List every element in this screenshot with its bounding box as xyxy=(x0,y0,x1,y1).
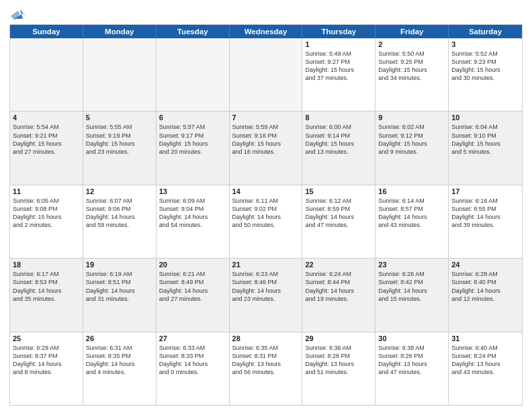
calendar-cell: 21Sunrise: 6:23 AM Sunset: 8:46 PM Dayli… xyxy=(230,259,303,331)
day-number: 26 xyxy=(86,334,153,342)
calendar: SundayMondayTuesdayWednesdayThursdayFrid… xyxy=(9,24,523,406)
day-info: Sunrise: 6:28 AM Sunset: 8:40 PM Dayligh… xyxy=(451,270,519,303)
day-number: 31 xyxy=(451,334,519,342)
day-info: Sunrise: 5:52 AM Sunset: 9:23 PM Dayligh… xyxy=(451,50,519,83)
weekday-header: Thursday xyxy=(302,25,375,38)
day-info: Sunrise: 6:35 AM Sunset: 8:31 PM Dayligh… xyxy=(232,344,300,377)
calendar-cell: 3Sunrise: 5:52 AM Sunset: 9:23 PM Daylig… xyxy=(449,38,522,111)
weekday-header: Saturday xyxy=(449,25,522,38)
calendar-cell: 24Sunrise: 6:28 AM Sunset: 8:40 PM Dayli… xyxy=(449,259,522,331)
page-container: SundayMondayTuesdayWednesdayThursdayFrid… xyxy=(0,0,532,411)
calendar-cell: 2Sunrise: 5:50 AM Sunset: 9:25 PM Daylig… xyxy=(375,38,449,111)
day-info: Sunrise: 5:55 AM Sunset: 9:19 PM Dayligh… xyxy=(86,123,153,156)
day-number: 5 xyxy=(86,113,153,122)
day-info: Sunrise: 6:14 AM Sunset: 8:57 PM Dayligh… xyxy=(378,197,445,230)
calendar-row: 1Sunrise: 5:49 AM Sunset: 9:27 PM Daylig… xyxy=(10,38,522,111)
day-number: 15 xyxy=(305,187,372,195)
day-info: Sunrise: 5:59 AM Sunset: 9:16 PM Dayligh… xyxy=(232,123,300,156)
day-info: Sunrise: 6:17 AM Sunset: 8:53 PM Dayligh… xyxy=(13,270,80,303)
calendar-row: 25Sunrise: 6:29 AM Sunset: 8:37 PM Dayli… xyxy=(10,332,522,405)
calendar-cell: 10Sunrise: 6:04 AM Sunset: 9:10 PM Dayli… xyxy=(449,111,522,184)
day-number: 24 xyxy=(451,261,519,269)
calendar-cell: 23Sunrise: 6:26 AM Sunset: 8:42 PM Dayli… xyxy=(375,259,449,331)
day-number: 22 xyxy=(305,261,372,269)
header xyxy=(9,7,523,20)
day-info: Sunrise: 6:19 AM Sunset: 8:51 PM Dayligh… xyxy=(86,270,153,303)
day-info: Sunrise: 6:40 AM Sunset: 8:24 PM Dayligh… xyxy=(451,344,519,377)
day-number: 18 xyxy=(13,261,80,269)
calendar-cell xyxy=(10,38,83,111)
day-number: 11 xyxy=(13,187,80,195)
day-number: 30 xyxy=(378,334,445,342)
day-number: 3 xyxy=(451,40,519,48)
weekday-header: Wednesday xyxy=(230,25,303,38)
calendar-cell: 12Sunrise: 6:07 AM Sunset: 9:06 PM Dayli… xyxy=(83,185,157,258)
day-info: Sunrise: 6:23 AM Sunset: 8:46 PM Dayligh… xyxy=(232,270,300,303)
day-info: Sunrise: 6:31 AM Sunset: 8:35 PM Dayligh… xyxy=(86,344,153,377)
day-info: Sunrise: 6:38 AM Sunset: 8:26 PM Dayligh… xyxy=(378,344,445,377)
weekday-header: Friday xyxy=(375,25,449,38)
day-info: Sunrise: 6:02 AM Sunset: 9:12 PM Dayligh… xyxy=(378,123,445,156)
calendar-cell: 19Sunrise: 6:19 AM Sunset: 8:51 PM Dayli… xyxy=(83,259,157,331)
day-info: Sunrise: 6:05 AM Sunset: 9:08 PM Dayligh… xyxy=(13,197,80,230)
day-number: 17 xyxy=(451,187,519,195)
weekday-header: Monday xyxy=(83,25,157,38)
calendar-cell: 8Sunrise: 6:00 AM Sunset: 9:14 PM Daylig… xyxy=(302,111,375,184)
day-info: Sunrise: 5:49 AM Sunset: 9:27 PM Dayligh… xyxy=(305,50,372,83)
calendar-cell: 30Sunrise: 6:38 AM Sunset: 8:26 PM Dayli… xyxy=(375,332,449,405)
day-number: 27 xyxy=(159,334,226,342)
day-info: Sunrise: 5:50 AM Sunset: 9:25 PM Dayligh… xyxy=(378,50,445,83)
day-info: Sunrise: 6:21 AM Sunset: 8:49 PM Dayligh… xyxy=(159,270,226,303)
calendar-cell: 22Sunrise: 6:24 AM Sunset: 8:44 PM Dayli… xyxy=(302,259,375,331)
day-info: Sunrise: 6:12 AM Sunset: 8:59 PM Dayligh… xyxy=(305,197,372,230)
calendar-cell: 15Sunrise: 6:12 AM Sunset: 8:59 PM Dayli… xyxy=(302,185,375,258)
day-info: Sunrise: 6:29 AM Sunset: 8:37 PM Dayligh… xyxy=(13,344,80,377)
calendar-cell: 26Sunrise: 6:31 AM Sunset: 8:35 PM Dayli… xyxy=(83,332,157,405)
day-number: 8 xyxy=(305,113,372,122)
day-number: 7 xyxy=(232,113,300,122)
calendar-cell: 16Sunrise: 6:14 AM Sunset: 8:57 PM Dayli… xyxy=(375,185,449,258)
calendar-cell: 29Sunrise: 6:36 AM Sunset: 8:28 PM Dayli… xyxy=(302,332,375,405)
day-info: Sunrise: 6:11 AM Sunset: 9:02 PM Dayligh… xyxy=(232,197,300,230)
day-number: 2 xyxy=(378,40,445,48)
day-number: 16 xyxy=(378,187,445,195)
day-info: Sunrise: 6:16 AM Sunset: 8:55 PM Dayligh… xyxy=(451,197,519,230)
day-number: 21 xyxy=(232,261,300,269)
day-number: 29 xyxy=(305,334,372,342)
day-number: 10 xyxy=(451,113,519,122)
calendar-cell xyxy=(83,38,157,111)
day-number: 19 xyxy=(86,261,153,269)
calendar-cell: 1Sunrise: 5:49 AM Sunset: 9:27 PM Daylig… xyxy=(302,38,375,111)
day-info: Sunrise: 6:04 AM Sunset: 9:10 PM Dayligh… xyxy=(451,123,519,156)
calendar-cell: 25Sunrise: 6:29 AM Sunset: 8:37 PM Dayli… xyxy=(10,332,83,405)
calendar-cell: 17Sunrise: 6:16 AM Sunset: 8:55 PM Dayli… xyxy=(449,185,522,258)
logo-icon xyxy=(11,7,26,21)
calendar-row: 4Sunrise: 5:54 AM Sunset: 9:21 PM Daylig… xyxy=(10,111,522,185)
day-info: Sunrise: 6:24 AM Sunset: 8:44 PM Dayligh… xyxy=(305,270,372,303)
calendar-cell: 28Sunrise: 6:35 AM Sunset: 8:31 PM Dayli… xyxy=(230,332,303,405)
day-info: Sunrise: 6:36 AM Sunset: 8:28 PM Dayligh… xyxy=(305,344,372,377)
calendar-cell: 7Sunrise: 5:59 AM Sunset: 9:16 PM Daylig… xyxy=(230,111,303,184)
day-number: 6 xyxy=(159,113,226,122)
calendar-cell: 6Sunrise: 5:57 AM Sunset: 9:17 PM Daylig… xyxy=(157,111,230,184)
day-number: 13 xyxy=(159,187,226,195)
day-number: 20 xyxy=(159,261,226,269)
calendar-cell: 4Sunrise: 5:54 AM Sunset: 9:21 PM Daylig… xyxy=(10,111,83,184)
weekday-header: Tuesday xyxy=(157,25,230,38)
weekday-header: Sunday xyxy=(10,25,83,38)
calendar-cell: 20Sunrise: 6:21 AM Sunset: 8:49 PM Dayli… xyxy=(157,259,230,331)
calendar-cell: 11Sunrise: 6:05 AM Sunset: 9:08 PM Dayli… xyxy=(10,185,83,258)
calendar-row: 18Sunrise: 6:17 AM Sunset: 8:53 PM Dayli… xyxy=(10,259,522,332)
day-info: Sunrise: 6:09 AM Sunset: 9:04 PM Dayligh… xyxy=(159,197,226,230)
day-info: Sunrise: 6:00 AM Sunset: 9:14 PM Dayligh… xyxy=(305,123,372,156)
day-info: Sunrise: 6:33 AM Sunset: 8:33 PM Dayligh… xyxy=(159,344,226,377)
calendar-cell: 9Sunrise: 6:02 AM Sunset: 9:12 PM Daylig… xyxy=(375,111,449,184)
day-info: Sunrise: 6:26 AM Sunset: 8:42 PM Dayligh… xyxy=(378,270,445,303)
day-number: 12 xyxy=(86,187,153,195)
day-number: 23 xyxy=(378,261,445,269)
calendar-cell: 5Sunrise: 5:55 AM Sunset: 9:19 PM Daylig… xyxy=(83,111,157,184)
day-info: Sunrise: 6:07 AM Sunset: 9:06 PM Dayligh… xyxy=(86,197,153,230)
day-info: Sunrise: 5:57 AM Sunset: 9:17 PM Dayligh… xyxy=(159,123,226,156)
calendar-cell: 14Sunrise: 6:11 AM Sunset: 9:02 PM Dayli… xyxy=(230,185,303,258)
calendar-cell xyxy=(230,38,303,111)
